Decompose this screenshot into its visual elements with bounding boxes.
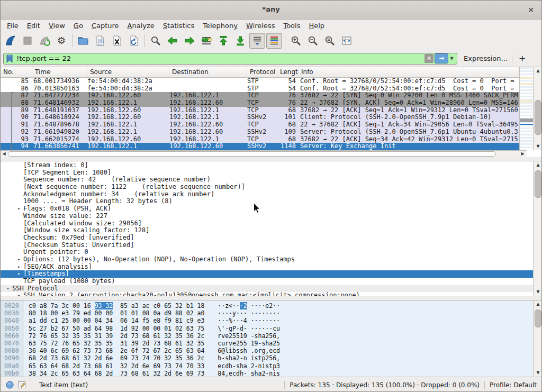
detail-line[interactable]: Checksum: 0x79ed [unverified] <box>1 234 533 242</box>
detail-line[interactable]: ▸SSH Version 2 (encryption:chacha20-poly… <box>1 292 533 296</box>
detail-line[interactable]: ▾SSH Protocol <box>1 285 533 293</box>
hex-row[interactable]: 00a065 63 64 68 2d 73 68 61 32 2d 6e 69 … <box>1 362 533 370</box>
detail-line[interactable]: Sequence number: 42 (relative sequence n… <box>1 176 533 184</box>
find-packet-button[interactable] <box>148 33 164 49</box>
display-filter-input[interactable]: !tcp.port == 22 <box>14 54 424 62</box>
menu-file[interactable]: File <box>3 21 23 31</box>
expander-icon[interactable]: ▸ <box>15 270 23 278</box>
detail-line[interactable]: Urgent pointer: 0 <box>1 249 533 256</box>
detail-line[interactable]: ▸[SEQ/ACK analysis] <box>1 263 533 271</box>
filter-clear-button[interactable]: ✕ <box>424 54 433 63</box>
detail-line[interactable]: [Stream index: 0] <box>1 162 533 169</box>
packet-list-hscrollbar[interactable]: ◀ ▶ <box>1 150 527 157</box>
hex-row[interactable]: 006072 76 65 32 35 35 31 39 2d 73 68 61 … <box>1 332 533 340</box>
column-header-time[interactable]: Time <box>32 67 87 77</box>
go-back-button[interactable] <box>165 33 180 49</box>
scroll-thumb[interactable] <box>8 151 496 157</box>
packet-list-scrollmap[interactable] <box>519 67 534 150</box>
restart-capture-button[interactable] <box>37 33 52 49</box>
expander-icon[interactable]: ▸ <box>15 205 23 213</box>
packet-row[interactable]: 9471.663856741192.168.122.1192.168.122.6… <box>1 143 519 150</box>
details-vscrollbar[interactable]: ▲ ▼ <box>533 161 541 296</box>
expander-icon[interactable]: ▸ <box>15 292 23 296</box>
filter-bookmark-icon[interactable] <box>5 54 14 63</box>
menu-wireless[interactable]: Wireless <box>242 21 279 31</box>
go-forward-button[interactable] <box>182 33 197 49</box>
scroll-thumb[interactable] <box>535 170 541 198</box>
hex-row[interactable]: 00b038 34 2c 65 63 64 68 2d 73 68 61 32 … <box>1 370 533 377</box>
pane-splitter-top[interactable] <box>1 157 541 161</box>
detail-line[interactable]: Window size value: 227 <box>1 213 533 220</box>
detail-line[interactable]: [TCP Segment Len: 1080] <box>1 169 533 177</box>
packet-row[interactable]: 9071.648618924192.168.122.60192.168.122.… <box>1 114 519 121</box>
expression-button[interactable]: Expression... <box>457 54 512 62</box>
scroll-down-icon[interactable]: ▼ <box>534 143 542 150</box>
hex-row[interactable]: 00505c 27 b2 67 50 ad 64 98 1d 92 00 00 … <box>1 325 533 332</box>
hex-row[interactable]: 003080 18 00 e3 79 ed 00 00 01 01 08 0a … <box>1 309 533 317</box>
packet-list-vscrollbar[interactable]: ▲ ▼ <box>533 67 542 150</box>
scroll-up-icon[interactable]: ▲ <box>534 161 541 169</box>
menu-view[interactable]: View <box>44 21 69 31</box>
menu-analyze[interactable]: Analyze <box>123 21 159 31</box>
window-close-button[interactable]: ✕ <box>526 5 536 15</box>
scroll-right-icon[interactable]: ▶ <box>519 151 526 157</box>
column-header-protocol[interactable]: Protocol <box>247 67 277 77</box>
hex-row[interactable]: 009068 2d 73 68 61 32 2d 6e 69 73 74 70 … <box>1 354 533 362</box>
expert-info-button[interactable] <box>5 380 14 389</box>
resize-columns-button[interactable] <box>339 33 355 49</box>
capture-comment-button[interactable] <box>17 380 26 389</box>
column-header-info[interactable]: Info <box>299 67 519 77</box>
packet-row[interactable]: 8771.647777234192.168.122.60192.168.122.… <box>1 92 519 99</box>
packet-row[interactable]: 8670.013850163fe:54:00:d4:38:2aSTP54Conf… <box>1 85 519 93</box>
reload-file-button[interactable] <box>126 33 142 49</box>
hex-row[interactable]: 008036 40 6c 69 62 73 73 68 2e 6f 72 67 … <box>1 347 533 354</box>
packet-row[interactable]: 8568.001734936fe:54:00:d4:38:2aSTP54Conf… <box>1 78 519 85</box>
detail-line[interactable]: 1000 .... = Header Length: 32 bytes (8) <box>1 198 533 205</box>
bytes-vscrollbar[interactable]: ▲ ▼ <box>533 300 541 377</box>
packet-row[interactable]: 8971.648191037192.168.122.60192.168.122.… <box>1 107 519 114</box>
capture-options-button[interactable]: ⚙ <box>53 33 69 49</box>
hex-row[interactable]: 007063 75 72 76 65 32 35 35 31 39 2d 73 … <box>1 340 533 347</box>
profile-text[interactable]: Profile: Default <box>490 381 537 389</box>
filter-history-dropdown[interactable]: ▼ <box>448 56 455 61</box>
filter-apply-button[interactable]: → <box>435 53 448 63</box>
expander-icon[interactable]: ▸ <box>15 256 23 263</box>
scroll-left-icon[interactable]: ◀ <box>1 151 7 157</box>
filter-add-button[interactable]: + <box>512 53 532 63</box>
detail-line[interactable]: [Window size scaling factor: 128] <box>1 227 533 234</box>
zoom-out-button[interactable] <box>305 33 321 49</box>
packet-row[interactable]: 9271.661949820192.168.122.1192.168.122.6… <box>1 129 519 136</box>
detail-line[interactable]: ▸Flags: 0x018 (PSH, ACK) <box>1 205 533 213</box>
close-file-button[interactable] <box>109 33 125 49</box>
column-header-destination[interactable]: Destination <box>169 67 247 77</box>
zoom-in-button[interactable] <box>288 33 304 49</box>
auto-scroll-button[interactable] <box>249 33 265 49</box>
go-to-packet-button[interactable] <box>198 33 214 49</box>
packet-row[interactable]: 9371.662015274192.168.122.60192.168.122.… <box>1 136 519 143</box>
menu-statistics[interactable]: Statistics <box>159 21 198 31</box>
pane-splitter-bottom[interactable] <box>1 296 541 300</box>
menu-telephony[interactable]: Telephony <box>198 21 242 31</box>
save-file-button[interactable]: 010101100111 <box>92 33 108 49</box>
column-header-source[interactable]: Source <box>87 67 169 77</box>
scroll-up-icon[interactable]: ▲ <box>534 67 542 75</box>
detail-line[interactable]: [Next sequence number: 1122 (relative se… <box>1 184 533 191</box>
detail-line[interactable]: [Calculated window size: 29056] <box>1 220 533 227</box>
stop-capture-button[interactable] <box>20 33 35 49</box>
go-last-button[interactable] <box>232 33 248 49</box>
menu-go[interactable]: Go <box>69 21 87 31</box>
menu-edit[interactable]: Edit <box>23 21 44 31</box>
title-bar[interactable]: *any ✕ <box>1 1 541 21</box>
detail-line[interactable]: Acknowledgment number: 34 (relative ack … <box>1 191 533 198</box>
scroll-down-icon[interactable]: ▼ <box>534 369 541 377</box>
scroll-thumb[interactable] <box>535 100 541 135</box>
start-capture-button[interactable] <box>3 33 19 49</box>
zoom-original-button[interactable] <box>322 33 338 49</box>
menu-capture[interactable]: Capture <box>87 21 123 31</box>
scroll-thumb[interactable] <box>535 309 541 327</box>
hex-row[interactable]: 0040a1 dd c1 25 00 00 04 34 06 14 f5 e8 … <box>1 317 533 324</box>
expander-icon[interactable]: ▾ <box>4 285 12 293</box>
scroll-up-icon[interactable]: ▲ <box>534 300 541 308</box>
go-first-button[interactable] <box>215 33 231 49</box>
colorize-button[interactable] <box>266 33 282 49</box>
